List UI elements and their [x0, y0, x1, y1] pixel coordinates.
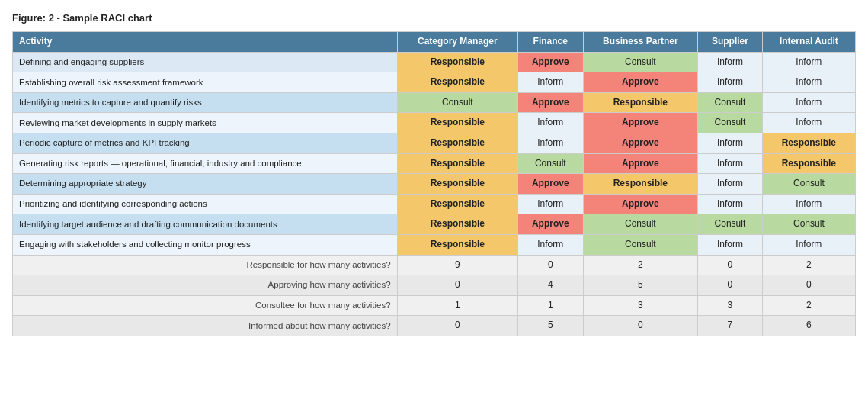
- raci-cell-supplier: Inform: [698, 52, 763, 72]
- raci-cell-supplier: Inform: [698, 133, 763, 153]
- raci-cell-finance: Approve: [518, 92, 583, 113]
- raci-table: Activity Category Manager Finance Busine…: [12, 31, 856, 336]
- raci-cell-finance: Consult: [518, 153, 583, 174]
- raci-cell-supplier: Inform: [698, 72, 763, 93]
- header-supplier: Supplier: [698, 32, 763, 53]
- activity-cell: Prioritizing and identifying correspondi…: [13, 194, 398, 214]
- summary-value-cat_manager: 0: [397, 275, 517, 296]
- raci-cell-internal_audit: Consult: [762, 214, 855, 235]
- activity-cell: Identifying metrics to capture and quant…: [13, 92, 398, 113]
- raci-cell-biz_partner: Approve: [583, 72, 698, 93]
- activity-cell: Defining and engaging suppliers: [13, 52, 398, 72]
- activity-cell: Periodic capture of metrics and KPI trac…: [13, 133, 398, 153]
- raci-cell-supplier: Consult: [698, 214, 763, 235]
- header-biz-partner: Business Partner: [583, 32, 698, 53]
- summary-value-finance: 5: [518, 316, 583, 336]
- raci-cell-internal_audit: Inform: [762, 92, 855, 113]
- raci-cell-biz_partner: Approve: [583, 113, 698, 133]
- raci-cell-cat_manager: Responsible: [397, 52, 517, 72]
- summary-value-biz_partner: 5: [583, 275, 698, 296]
- raci-cell-cat_manager: Responsible: [397, 174, 517, 195]
- raci-cell-finance: Approve: [518, 52, 583, 72]
- raci-cell-supplier: Inform: [698, 194, 763, 214]
- summary-value-supplier: 3: [698, 295, 763, 316]
- raci-cell-internal_audit: Inform: [762, 234, 855, 255]
- raci-cell-finance: Inform: [518, 194, 583, 214]
- activity-cell: Reviewing market developments in supply …: [13, 113, 398, 133]
- summary-label: Informed about how many activities?: [13, 316, 398, 336]
- raci-cell-internal_audit: Inform: [762, 52, 855, 72]
- activity-cell: Generating risk reports — operational, f…: [13, 153, 398, 174]
- raci-cell-biz_partner: Responsible: [583, 92, 698, 113]
- raci-cell-finance: Approve: [518, 174, 583, 195]
- raci-cell-cat_manager: Responsible: [397, 72, 517, 93]
- summary-value-cat_manager: 9: [397, 255, 517, 275]
- summary-value-finance: 0: [518, 255, 583, 275]
- summary-value-internal_audit: 2: [762, 295, 855, 316]
- summary-value-biz_partner: 2: [583, 255, 698, 275]
- summary-value-cat_manager: 0: [397, 316, 517, 336]
- raci-cell-finance: Inform: [518, 234, 583, 255]
- raci-cell-supplier: Consult: [698, 113, 763, 133]
- raci-cell-cat_manager: Responsible: [397, 214, 517, 235]
- activity-cell: Engaging with stakeholders and collectin…: [13, 234, 398, 255]
- figure-title: Figure: 2 - Sample RACI chart: [12, 12, 856, 24]
- raci-cell-cat_manager: Responsible: [397, 113, 517, 133]
- raci-cell-internal_audit: Inform: [762, 72, 855, 93]
- raci-cell-biz_partner: Consult: [583, 214, 698, 235]
- raci-cell-cat_manager: Responsible: [397, 133, 517, 153]
- raci-cell-supplier: Inform: [698, 234, 763, 255]
- summary-value-supplier: 0: [698, 275, 763, 296]
- raci-cell-supplier: Inform: [698, 153, 763, 174]
- raci-cell-finance: Inform: [518, 72, 583, 93]
- raci-cell-biz_partner: Consult: [583, 234, 698, 255]
- header-internal-audit: Internal Audit: [762, 32, 855, 53]
- raci-cell-biz_partner: Approve: [583, 153, 698, 174]
- summary-value-supplier: 7: [698, 316, 763, 336]
- activity-cell: Establishing overall risk assessment fra…: [13, 72, 398, 93]
- raci-cell-cat_manager: Responsible: [397, 153, 517, 174]
- raci-cell-supplier: Inform: [698, 174, 763, 195]
- header-finance: Finance: [518, 32, 583, 53]
- raci-cell-finance: Inform: [518, 113, 583, 133]
- raci-cell-internal_audit: Responsible: [762, 153, 855, 174]
- summary-value-internal_audit: 0: [762, 275, 855, 296]
- summary-value-finance: 1: [518, 295, 583, 316]
- summary-value-biz_partner: 3: [583, 295, 698, 316]
- summary-value-internal_audit: 2: [762, 255, 855, 275]
- raci-cell-biz_partner: Approve: [583, 133, 698, 153]
- raci-cell-biz_partner: Responsible: [583, 174, 698, 195]
- activity-cell: Determining appropriate strategy: [13, 174, 398, 195]
- summary-value-internal_audit: 6: [762, 316, 855, 336]
- raci-cell-internal_audit: Consult: [762, 174, 855, 195]
- summary-label: Consultee for how many activities?: [13, 295, 398, 316]
- summary-value-biz_partner: 0: [583, 316, 698, 336]
- raci-cell-cat_manager: Responsible: [397, 194, 517, 214]
- summary-value-supplier: 0: [698, 255, 763, 275]
- summary-value-cat_manager: 1: [397, 295, 517, 316]
- raci-cell-finance: Inform: [518, 133, 583, 153]
- raci-cell-cat_manager: Consult: [397, 92, 517, 113]
- summary-label: Approving how many activities?: [13, 275, 398, 296]
- raci-cell-cat_manager: Responsible: [397, 234, 517, 255]
- raci-cell-finance: Approve: [518, 214, 583, 235]
- summary-label: Responsible for how many activities?: [13, 255, 398, 275]
- raci-cell-internal_audit: Inform: [762, 113, 855, 133]
- raci-cell-supplier: Consult: [698, 92, 763, 113]
- raci-cell-internal_audit: Inform: [762, 194, 855, 214]
- activity-cell: Identifying target audience and drafting…: [13, 214, 398, 235]
- summary-value-finance: 4: [518, 275, 583, 296]
- header-cat-manager: Category Manager: [397, 32, 517, 53]
- raci-cell-internal_audit: Responsible: [762, 133, 855, 153]
- raci-cell-biz_partner: Consult: [583, 52, 698, 72]
- header-activity: Activity: [13, 32, 398, 53]
- raci-cell-biz_partner: Approve: [583, 194, 698, 214]
